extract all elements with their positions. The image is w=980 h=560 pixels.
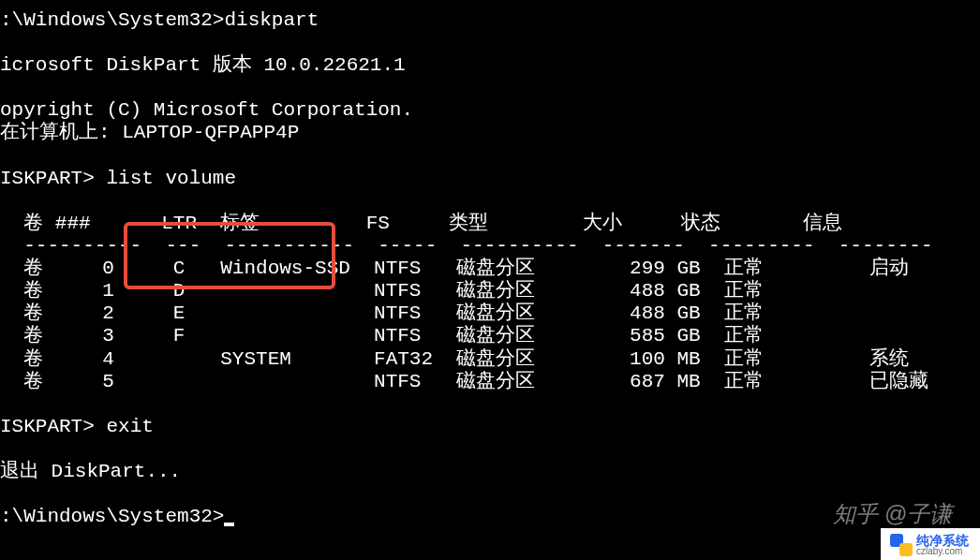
command-exit: exit (106, 416, 153, 437)
czlaby-url: czlaby.com (916, 547, 969, 556)
volume-row-2: 卷 2 E NTFS 磁盘分区 488 GB 正常 (0, 302, 980, 325)
prompt-line-3: ISKPART> exit (0, 416, 980, 438)
copyright-line: opyright (C) Microsoft Corporation. (0, 99, 980, 122)
command-diskpart: diskpart (224, 9, 319, 31)
prompt-path: :\Windows\System32> (0, 9, 224, 31)
diskpart-prompt: ISKPART> (0, 416, 106, 437)
volume-row-5: 卷 5 NTFS 磁盘分区 687 MB 正常 已隐藏 (0, 371, 980, 393)
command-list-volume: list volume (106, 168, 236, 189)
prompt-line-2: ISKPART> list volume (0, 168, 980, 190)
table-header: 卷 ### LTR 标签 FS 类型 大小 状态 信息 (0, 213, 980, 235)
terminal-output[interactable]: :\Windows\System32>diskpart icrosoft Dis… (0, 9, 980, 528)
cursor (224, 523, 234, 526)
prompt-path: :\Windows\System32> (0, 506, 224, 527)
diskpart-prompt: ISKPART> (0, 168, 106, 189)
volume-row-4: 卷 4 SYSTEM FAT32 磁盘分区 100 MB 正常 系统 (0, 348, 980, 371)
prompt-line-1: :\Windows\System32>diskpart (0, 9, 980, 32)
diskpart-version: icrosoft DiskPart 版本 10.0.22621.1 (0, 54, 980, 77)
table-separator: ---------- --- ----------- ----- -------… (0, 235, 980, 258)
volume-row-3: 卷 3 F NTFS 磁盘分区 585 GB 正常 (0, 325, 980, 347)
zhihu-watermark: 知乎 @子谦 (833, 501, 952, 527)
czlaby-logo-icon (890, 534, 913, 556)
volume-row-1: 卷 1 D NTFS 磁盘分区 488 GB 正常 (0, 280, 980, 302)
computer-name-line: 在计算机上: LAPTOP-QFPAPP4P (0, 122, 980, 144)
czlaby-name: 纯净系统 (916, 534, 969, 547)
volume-row-0: 卷 0 C Windows-SSD NTFS 磁盘分区 299 GB 正常 启动 (0, 258, 980, 280)
czlaby-watermark: 纯净系统 czlaby.com (881, 528, 980, 560)
exit-message: 退出 DiskPart... (0, 461, 980, 483)
